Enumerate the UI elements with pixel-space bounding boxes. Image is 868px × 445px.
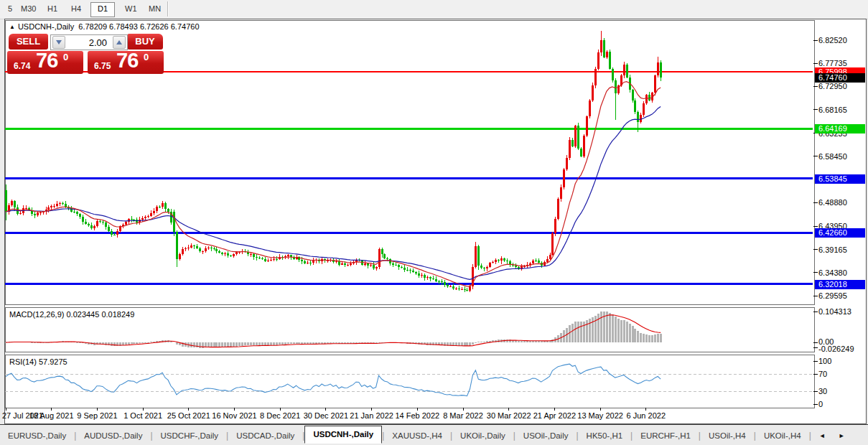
current-price-label: 6.74760 — [815, 73, 865, 83]
timeframe-toolbar: 5M30H1H4D1W1MN — [0, 0, 868, 19]
price-scale-tick: 6.34380 — [818, 268, 867, 278]
symbol-tab-ukoil-h4[interactable]: UKOil-,H4 — [756, 428, 809, 443]
symbol-tab-usoil-daily[interactable]: USOil-,Daily — [515, 428, 577, 443]
date-axis-label: 18 Aug 2021 — [29, 411, 74, 420]
rsi-scale-tick: 100 — [818, 357, 867, 366]
symbol-tab-bar: EURUSD-,Daily|AUDUSD-,Daily|USDCHF-,Dail… — [0, 424, 868, 445]
date-axis-label: 30 Dec 2021 — [304, 411, 348, 420]
price-level-label: 6.64169 — [815, 124, 865, 134]
rsi-scale-tick: 30 — [818, 387, 867, 396]
chart-title: USDCNH-,Daily — [18, 22, 74, 31]
price-scale-tick: 6.39165 — [818, 245, 867, 255]
date-axis-label: 8 Mar 2022 — [443, 411, 483, 420]
bid-quote-button[interactable]: 6.74 76 0 — [7, 51, 83, 74]
timeframe-button-w1[interactable]: W1 — [118, 2, 144, 16]
date-axis-label: 9 Sep 2021 — [77, 411, 117, 420]
price-scale-tick: 6.48880 — [818, 198, 867, 207]
symbol-tab-usdchf-daily[interactable]: USDCHF-,Daily — [153, 428, 227, 443]
timeframe-button-mn[interactable]: MN — [142, 2, 167, 16]
date-axis-label: 16 Nov 2021 — [212, 411, 256, 420]
rsi-label: RSI(14) 57.9275 — [9, 357, 67, 366]
symbol-tab-usdcnh-daily[interactable]: USDCNH-,Daily — [304, 426, 382, 444]
arrow-up-icon — [116, 40, 122, 44]
date-axis-label: 21 Apr 2022 — [533, 411, 576, 420]
timeframe-button-d1[interactable]: D1 — [90, 2, 115, 17]
one-click-trading-panel: SELL 2.00 BUY 6.74 76 0 6.75 76 0 — [7, 32, 164, 74]
volume-increase-button[interactable] — [113, 36, 126, 49]
rsi-scale-tick: 70 — [818, 370, 867, 379]
price-level-label: 6.42660 — [815, 228, 865, 238]
chart-header: ▲USDCNH-,Daily 6.78209 6.78493 6.72626 6… — [9, 22, 200, 31]
sell-button[interactable]: SELL — [9, 34, 48, 50]
symbol-tab-eurchf-h1[interactable]: EURCHF-,H1 — [633, 428, 699, 443]
price-scale-tick: 6.58450 — [818, 152, 867, 161]
price-level-label: 6.32018 — [815, 280, 865, 289]
arrow-down-icon — [56, 40, 62, 44]
macd-label: MACD(12,26,9) 0.023445 0.018249 — [9, 310, 134, 319]
symbol-tab-audusd-daily[interactable]: AUDUSD-,Daily — [76, 428, 150, 443]
volume-stepper[interactable]: 2.00 — [50, 34, 128, 50]
date-axis-label: 25 Oct 2021 — [167, 411, 210, 420]
ask-price-pips: 76 — [116, 49, 138, 72]
date-axis-label: 21 Jan 2022 — [350, 411, 393, 420]
symbol-tab-usdcad-daily[interactable]: USDCAD-,Daily — [228, 428, 302, 443]
buy-button[interactable]: BUY — [127, 34, 163, 50]
symbol-tab-xauusd-h4[interactable]: XAUUSD-,H4 — [384, 428, 450, 443]
tabs-scroll-right-button[interactable]: ► — [832, 432, 851, 439]
rsi-scale-tick: 0 — [818, 400, 867, 409]
macd-scale-max: 0.104313 — [818, 307, 867, 317]
toolbar-separator — [167, 1, 169, 17]
symbol-tab-hk50-h1[interactable]: HK50-,H1 — [579, 428, 631, 443]
price-scale-tick: 6.72950 — [818, 82, 867, 91]
timeframe-button-h4[interactable]: H4 — [65, 2, 88, 16]
chart-ohlc-values: 6.78209 6.78493 6.72626 6.74760 — [78, 22, 199, 31]
symbol-tab-ukoil-daily[interactable]: UKOil-,Daily — [452, 428, 513, 443]
price-level-label: 6.53845 — [815, 174, 865, 184]
timeframe-button-m30[interactable]: M30 — [14, 2, 42, 16]
volume-decrease-button[interactable] — [52, 36, 65, 49]
ask-price-point: 0 — [144, 52, 149, 62]
tab-divider: | — [809, 431, 811, 441]
price-scale-tick: 6.29595 — [818, 291, 867, 301]
bid-price-major: 6.74 — [14, 61, 30, 71]
bid-price-point: 0 — [63, 52, 68, 62]
price-scale-tick: 6.82520 — [818, 36, 867, 45]
collapse-chart-icon[interactable]: ▲ — [9, 24, 15, 30]
volume-input[interactable]: 2.00 — [67, 37, 111, 48]
date-axis-label: 14 Feb 2022 — [395, 411, 439, 420]
bid-price-pips: 76 — [36, 49, 57, 72]
macd-scale-min: -0.026249 — [818, 345, 867, 354]
date-axis-label: 1 Oct 2021 — [123, 411, 162, 420]
timeframe-button-h1[interactable]: H1 — [41, 2, 64, 16]
symbol-tab-usoil-h4[interactable]: USOil-,H4 — [701, 428, 754, 443]
symbol-tab-eurusd-daily[interactable]: EURUSD-,Daily — [0, 428, 74, 443]
date-axis-label: 30 Mar 2022 — [487, 411, 531, 420]
price-scale-tick: 6.68165 — [818, 106, 867, 115]
date-axis-label: 6 Jun 2022 — [627, 411, 666, 420]
ask-price-major: 6.75 — [94, 61, 111, 71]
tabs-scroll-left-button[interactable]: ◄ — [813, 432, 832, 439]
date-axis-label: 8 Dec 2021 — [260, 411, 300, 420]
rsi-panel — [5, 355, 815, 408]
ask-quote-button[interactable]: 6.75 76 0 — [88, 51, 164, 74]
date-axis-label: 13 May 2022 — [577, 411, 623, 420]
